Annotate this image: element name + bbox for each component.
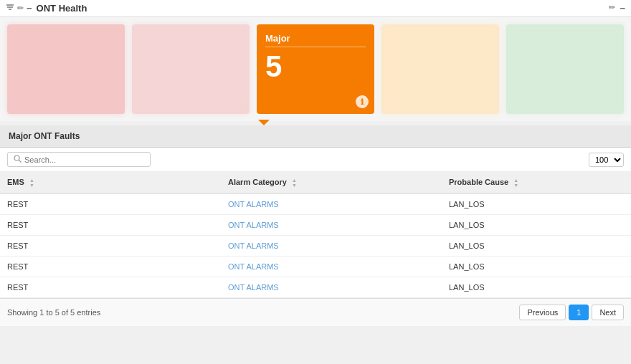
table-row: REST ONT ALARMS LAN_LOS: [0, 257, 631, 277]
close-icon-right[interactable]: −: [620, 3, 625, 14]
svg-line-4: [19, 161, 22, 163]
top-bar-right-icons: ✏ −: [609, 3, 625, 14]
cell-alarm-category: ONT ALARMS: [221, 215, 442, 236]
table-row: REST ONT ALARMS LAN_LOS: [0, 194, 631, 215]
page-1-button[interactable]: 1: [569, 305, 589, 320]
card-major[interactable]: Major 5 ℹ: [257, 24, 374, 114]
main-table: EMS ▲ ▼ Alarm Category ▲ ▼ Probable Caus…: [0, 172, 631, 298]
cell-ems: REST: [0, 277, 221, 298]
col-ems[interactable]: EMS ▲ ▼: [0, 172, 221, 194]
cell-probable-cause: LAN_LOS: [442, 277, 631, 298]
edit-icon[interactable]: ✏: [17, 4, 24, 13]
sort-icons-probable: ▲ ▼: [513, 178, 518, 188]
col-probable-cause-label: Probable Cause: [449, 178, 508, 186]
table-container: 100 50 25 EMS ▲ ▼ Alarm Category ▲: [0, 148, 631, 326]
col-alarm-category[interactable]: Alarm Category ▲ ▼: [221, 172, 442, 194]
minus-icon[interactable]: −: [27, 3, 32, 14]
cell-probable-cause: LAN_LOS: [442, 236, 631, 257]
col-ems-label: EMS: [7, 178, 24, 186]
cell-ems: REST: [0, 194, 221, 215]
page-title: ONT Health: [37, 3, 87, 14]
cell-probable-cause: LAN_LOS: [442, 257, 631, 277]
table-footer: Showing 1 to 5 of 5 entries Previous 1 N…: [0, 298, 631, 326]
section-header: Major ONT Faults: [0, 125, 631, 148]
table-row: REST ONT ALARMS LAN_LOS: [0, 277, 631, 298]
search-icon: [14, 155, 22, 164]
sort-up-alarm: ▲: [292, 178, 297, 183]
widget-cards-container: Major 5 ℹ: [0, 17, 631, 121]
info-icon: ℹ: [356, 95, 369, 108]
sort-up-probable: ▲: [513, 178, 518, 183]
edit-icon-right[interactable]: ✏: [609, 3, 615, 14]
card-2[interactable]: [132, 24, 250, 114]
next-button[interactable]: Next: [592, 305, 624, 320]
table-toolbar: 100 50 25: [0, 148, 631, 172]
table-row: REST ONT ALARMS LAN_LOS: [0, 215, 631, 236]
card-1[interactable]: [7, 24, 125, 114]
cell-alarm-category: ONT ALARMS: [221, 194, 442, 215]
card-major-number: 5: [265, 52, 366, 82]
table-header: EMS ▲ ▼ Alarm Category ▲ ▼ Probable Caus…: [0, 172, 631, 194]
cell-probable-cause: LAN_LOS: [442, 215, 631, 236]
cell-ems: REST: [0, 215, 221, 236]
card-4[interactable]: [381, 24, 499, 114]
showing-text: Showing 1 to 5 of 5 entries: [7, 308, 100, 317]
top-bar-action-icons: ✏ −: [6, 3, 32, 14]
cell-ems: REST: [0, 257, 221, 277]
prev-button[interactable]: Previous: [519, 305, 566, 320]
card-major-label: Major: [265, 33, 366, 44]
col-alarm-category-label: Alarm Category: [228, 178, 287, 186]
section-title: Major ONT Faults: [9, 131, 80, 141]
cell-alarm-category: ONT ALARMS: [221, 236, 442, 257]
svg-point-3: [14, 155, 19, 161]
cell-alarm-category: ONT ALARMS: [221, 257, 442, 277]
sort-icons-alarm: ▲ ▼: [292, 178, 297, 188]
sort-up-ems: ▲: [29, 178, 34, 183]
sort-down-probable: ▼: [513, 183, 518, 188]
cell-probable-cause: LAN_LOS: [442, 194, 631, 215]
active-card-arrow: [258, 120, 270, 125]
top-bar: ✏ − ONT Health ✏ −: [0, 0, 631, 17]
search-input[interactable]: [24, 155, 144, 164]
sort-icons-ems: ▲ ▼: [29, 178, 34, 188]
per-page-select[interactable]: 100 50 25: [589, 153, 624, 167]
per-page-dropdown[interactable]: 100 50 25: [589, 153, 624, 167]
cell-alarm-category: ONT ALARMS: [221, 277, 442, 298]
pagination: Previous 1 Next: [519, 305, 624, 320]
filter-icon[interactable]: [6, 3, 14, 14]
cell-ems: REST: [0, 236, 221, 257]
card-5[interactable]: [506, 24, 624, 114]
table-body: REST ONT ALARMS LAN_LOS REST ONT ALARMS …: [0, 194, 631, 298]
search-wrap[interactable]: [7, 152, 151, 167]
col-probable-cause[interactable]: Probable Cause ▲ ▼: [442, 172, 631, 194]
sort-down-ems: ▼: [29, 183, 34, 188]
table-row: REST ONT ALARMS LAN_LOS: [0, 236, 631, 257]
sort-down-alarm: ▼: [292, 183, 297, 188]
